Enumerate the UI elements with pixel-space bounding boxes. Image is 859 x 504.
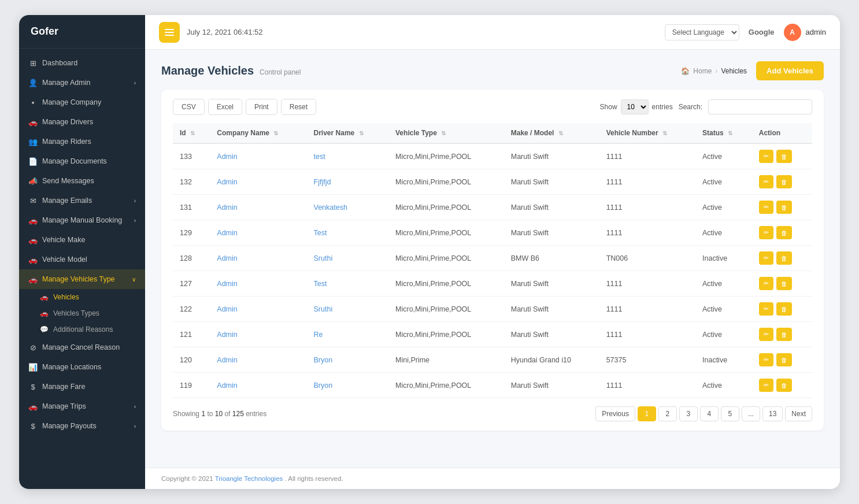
- driver-link[interactable]: Bryon: [314, 381, 333, 390]
- edit-button[interactable]: ✏: [759, 201, 773, 214]
- delete-button[interactable]: 🗑: [776, 379, 792, 392]
- excel-button[interactable]: Excel: [208, 99, 242, 115]
- page-body: Manage Vehicles Control panel 🏠 Home › V…: [145, 50, 840, 468]
- sidebar-item-manage-cancel-reason[interactable]: ⊘ Manage Cancel Reason: [19, 338, 145, 357]
- edit-button[interactable]: ✏: [759, 353, 773, 366]
- page-button-3[interactable]: 3: [679, 406, 698, 421]
- driver-link[interactable]: Venkatesh: [314, 203, 347, 212]
- company-link[interactable]: Admin: [217, 305, 237, 313]
- delete-button[interactable]: 🗑: [776, 277, 792, 290]
- entries-select[interactable]: 10: [621, 99, 649, 114]
- delete-button[interactable]: 🗑: [776, 150, 792, 163]
- sidebar-item-label: Manage Documents: [42, 157, 136, 165]
- delete-button[interactable]: 🗑: [776, 302, 792, 316]
- company-link[interactable]: Admin: [217, 153, 237, 161]
- company-link[interactable]: Admin: [217, 229, 237, 237]
- vehicles-type-icon: 🚗: [28, 275, 38, 284]
- sidebar-item-vehicle-model[interactable]: 🚗 Vehicle Model: [19, 250, 145, 269]
- sidebar-item-manage-emails[interactable]: ✉ Manage Emails ›: [19, 191, 145, 210]
- cell-driver: Fjfjfjd: [307, 169, 389, 195]
- company-link[interactable]: Admin: [217, 203, 237, 212]
- sidebar-item-manage-payouts[interactable]: $ Manage Payouts ›: [19, 416, 145, 436]
- sidebar-item-manage-drivers[interactable]: 🚗 Manage Drivers: [19, 112, 145, 132]
- delete-button[interactable]: 🗑: [776, 201, 792, 214]
- footer-suffix: . All rights reserved.: [285, 475, 343, 482]
- cell-company: Admin: [210, 297, 306, 322]
- driver-link[interactable]: Test: [314, 229, 327, 237]
- sidebar-item-additional-reasons[interactable]: 💬 Additional Reasons: [19, 321, 145, 338]
- edit-button[interactable]: ✏: [759, 175, 773, 188]
- delete-button[interactable]: 🗑: [776, 353, 792, 366]
- delete-button[interactable]: 🗑: [776, 226, 792, 239]
- company-link[interactable]: Trioangle Technologies: [215, 475, 283, 482]
- sidebar-item-manage-vehicles-type[interactable]: 🚗 Manage Vehicles Type ∨: [19, 269, 145, 289]
- search-input[interactable]: [708, 99, 812, 114]
- sidebar-item-manage-documents[interactable]: 📄 Manage Documents: [19, 151, 145, 171]
- driver-link[interactable]: Sruthi: [314, 254, 333, 262]
- sidebar-item-vehicles[interactable]: 🚗 Vehicles: [19, 289, 145, 305]
- cell-vehicle-number: 1111: [599, 322, 695, 347]
- print-button[interactable]: Print: [246, 99, 277, 115]
- csv-button[interactable]: CSV: [173, 99, 205, 115]
- cell-action: ✏ 🗑: [752, 220, 812, 246]
- avatar: A: [784, 24, 801, 41]
- page-button-4[interactable]: 4: [700, 406, 719, 421]
- sidebar-item-dashboard[interactable]: ⊞ Dashboard: [19, 53, 145, 73]
- edit-button[interactable]: ✏: [759, 150, 773, 163]
- cell-vehicle-number: 57375: [599, 347, 695, 373]
- edit-button[interactable]: ✏: [759, 302, 773, 316]
- delete-button[interactable]: 🗑: [776, 328, 792, 341]
- sidebar-item-vehicles-types[interactable]: 🚗 Vehicles Types: [19, 305, 145, 321]
- sidebar-item-manage-locations[interactable]: 📊 Manage Locations: [19, 357, 145, 377]
- sidebar-item-manage-trips[interactable]: 🚗 Manage Trips ›: [19, 396, 145, 416]
- driver-link[interactable]: Bryon: [314, 356, 333, 364]
- page-button-13[interactable]: 13: [762, 406, 783, 421]
- company-link[interactable]: Admin: [217, 280, 237, 288]
- previous-page-button[interactable]: Previous: [595, 406, 635, 421]
- admin-avatar[interactable]: A admin: [784, 24, 826, 41]
- sidebar-item-send-messages[interactable]: 📣 Send Messages: [19, 171, 145, 191]
- edit-button[interactable]: ✏: [759, 328, 773, 341]
- page-button-1[interactable]: 1: [638, 406, 656, 421]
- cell-id: 120: [173, 347, 210, 373]
- col-vehicle-number: Vehicle Number ⇅: [599, 123, 695, 143]
- sidebar-item-manage-company[interactable]: ▪ Manage Company: [19, 92, 145, 112]
- sidebar-item-manage-fare[interactable]: $ Manage Fare: [19, 377, 145, 396]
- company-link[interactable]: Admin: [217, 178, 237, 186]
- sidebar-item-manage-riders[interactable]: 👥 Manage Riders: [19, 132, 145, 151]
- google-logo: Google: [749, 28, 775, 36]
- delete-button[interactable]: 🗑: [776, 251, 792, 265]
- booking-icon: 🚗: [28, 216, 38, 225]
- edit-button[interactable]: ✏: [759, 226, 773, 239]
- cell-id: 127: [173, 271, 210, 297]
- driver-link[interactable]: Fjfjfjd: [314, 178, 331, 186]
- menu-button[interactable]: [159, 22, 180, 43]
- sidebar-item-vehicle-make[interactable]: 🚗 Vehicle Make: [19, 230, 145, 250]
- language-select[interactable]: Select Language: [665, 24, 739, 40]
- edit-button[interactable]: ✏: [759, 277, 773, 290]
- delete-button[interactable]: 🗑: [776, 175, 792, 188]
- add-vehicles-button[interactable]: Add Vehicles: [756, 61, 824, 80]
- driver-link[interactable]: test: [314, 153, 325, 161]
- sidebar-item-manual-booking[interactable]: 🚗 Manage Manual Booking ›: [19, 210, 145, 230]
- next-page-button[interactable]: Next: [785, 406, 812, 421]
- company-link[interactable]: Admin: [217, 331, 237, 339]
- edit-button[interactable]: ✏: [759, 379, 773, 392]
- page-button-2[interactable]: 2: [658, 406, 677, 421]
- driver-link[interactable]: Sruthi: [314, 305, 333, 313]
- company-link[interactable]: Admin: [217, 381, 237, 390]
- driver-link[interactable]: Re: [314, 331, 323, 339]
- driver-link[interactable]: Test: [314, 280, 327, 288]
- company-link[interactable]: Admin: [217, 254, 237, 262]
- table-row: 133 Admin test Micro,Mini,Prime,POOL Mar…: [173, 143, 812, 169]
- sidebar-item-manage-admin[interactable]: 👤 Manage Admin ›: [19, 73, 145, 92]
- entries-label: entries: [652, 103, 673, 111]
- page-button-5[interactable]: 5: [721, 406, 739, 421]
- edit-button[interactable]: ✏: [759, 251, 773, 265]
- vehicle-make-icon: 🚗: [28, 235, 38, 244]
- chevron-right-icon: ›: [134, 217, 136, 224]
- col-id: Id ⇅: [173, 123, 210, 143]
- company-link[interactable]: Admin: [217, 356, 237, 364]
- reset-button[interactable]: Reset: [281, 99, 316, 115]
- sidebar-logo: Gofer: [19, 15, 145, 49]
